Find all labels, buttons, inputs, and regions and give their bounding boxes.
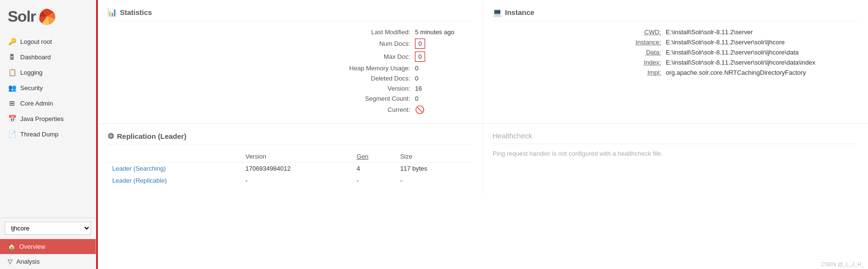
instance-title: 💻 Instance: [492, 8, 858, 21]
instance-label-impl: Impl:: [627, 69, 661, 76]
java-properties-icon: 📅: [8, 115, 16, 122]
stat-label-max-doc: Max Doc:: [333, 53, 410, 60]
stat-value-heap-memory: 0: [415, 65, 473, 72]
sidebar: Solr 🔑 Logout root 🎛: [0, 0, 96, 269]
instance-label-instance: Instance:: [627, 39, 661, 46]
healthcheck-message: Ping request handler is not configured w…: [492, 150, 858, 157]
nav-label-dashboard: Dashboard: [20, 54, 51, 61]
replication-gen-searching: 4: [355, 162, 398, 175]
replication-col-gen: Gen: [355, 151, 398, 162]
logo-area: Solr: [0, 0, 96, 31]
stat-value-last-modified: 5 minutes ago: [415, 28, 473, 36]
instance-row-data: Data: E:\install\Solr\solr-8.11.2\server…: [492, 47, 858, 57]
stat-label-current: Current:: [333, 106, 410, 113]
security-icon: 👥: [8, 84, 16, 92]
replication-label-searching[interactable]: Leader (Searching): [107, 162, 244, 175]
nav-item-dashboard[interactable]: 🎛 Dashboard: [0, 49, 96, 65]
num-docs-highlight: 0: [415, 39, 425, 49]
thread-dump-icon: 📄: [8, 130, 16, 138]
stat-label-version: Version:: [333, 85, 410, 92]
instance-row-index: Index: E:\install\Solr\solr-8.11.2\serve…: [492, 57, 858, 67]
logo-text: Solr: [8, 8, 36, 26]
nav-item-core-admin[interactable]: ⊞ Core Admin: [0, 95, 96, 111]
replication-gen-replicable: -: [355, 175, 398, 187]
replication-size-searching: 117 bytes: [398, 162, 473, 175]
instance-value-impl: org.apache.solr.core.NRTCachingDirectory…: [666, 69, 858, 76]
logout-icon: 🔑: [8, 38, 16, 45]
core-nav-analysis[interactable]: ▽ Analysis: [0, 254, 96, 269]
stat-row-heap-memory: Heap Memory Usage: 0: [107, 63, 473, 73]
max-doc-highlight: 0: [415, 52, 425, 62]
healthcheck-title: Healthcheck: [492, 132, 858, 144]
instance-table: CWD: E:\install\Solr\solr-8.11.2\server …: [492, 27, 858, 78]
instance-value-data: E:\install\Solr\solr-8.11.2\server\solr\…: [666, 49, 858, 56]
nav-label-core-admin: Core Admin: [20, 100, 53, 107]
instance-title-text: Instance: [505, 8, 534, 16]
stat-row-deleted-docs: Deleted Docs: 0: [107, 73, 473, 83]
stat-value-current: 🚫: [415, 105, 473, 114]
replication-title: ⚙ Replication (Leader): [107, 132, 473, 145]
statistics-section: 📊 Statistics Last Modified: 5 minutes ag…: [98, 0, 483, 124]
instance-label-cwd: CWD:: [627, 28, 661, 36]
instance-value-instance: E:\install\Solr\solr-8.11.2\server\solr\…: [666, 39, 858, 46]
instance-value-cwd: E:\install\Solr\solr-8.11.2\server: [666, 28, 858, 36]
overview-icon: 🏠: [8, 243, 15, 250]
nav-item-java-properties[interactable]: 📅 Java Properties: [0, 111, 96, 126]
instance-icon: 💻: [492, 8, 502, 17]
instance-value-index: E:\install\Solr\solr-8.11.2\server\solr\…: [666, 59, 858, 66]
nav-item-logging[interactable]: 📋 Logging: [0, 65, 96, 80]
replication-col-version: Version: [244, 151, 355, 162]
nav-label-java-properties: Java Properties: [20, 115, 64, 122]
analysis-icon: ▽: [8, 258, 13, 265]
core-nav-label-overview: Overview: [19, 243, 45, 250]
watermark: CSDN @_L_J_H_: [821, 261, 864, 267]
instance-row-instance: Instance: E:\install\Solr\solr-8.11.2\se…: [492, 37, 858, 47]
instance-label-data: Data:: [627, 49, 661, 56]
replication-row-searching: Leader (Searching) 1706934984012 4 117 b…: [107, 162, 473, 175]
stat-row-num-docs: Num Docs: 0: [107, 37, 473, 50]
instance-row-cwd: CWD: E:\install\Solr\solr-8.11.2\server: [492, 27, 858, 37]
stat-label-deleted-docs: Deleted Docs:: [333, 75, 410, 82]
nav-label-logout: Logout root: [20, 38, 52, 45]
stat-row-max-doc: Max Doc: 0: [107, 50, 473, 63]
statistics-title: 📊 Statistics: [107, 8, 473, 21]
nav-item-security[interactable]: 👥 Security: [0, 80, 96, 95]
replication-label-replicable[interactable]: Leader (Replicable): [107, 175, 244, 187]
stat-value-version: 16: [415, 85, 473, 92]
stat-label-last-modified: Last Modified:: [333, 28, 410, 36]
solr-logo-icon: [38, 7, 57, 26]
core-select-dropdown[interactable]: ljhcore: [5, 222, 91, 235]
replication-icon: ⚙: [107, 132, 114, 141]
statistics-table: Last Modified: 5 minutes ago Num Docs: 0…: [107, 27, 473, 116]
stat-row-current: Current: 🚫: [107, 104, 473, 116]
main-content: 📊 Statistics Last Modified: 5 minutes ag…: [96, 0, 868, 269]
core-nav: 🏠 Overview ▽ Analysis: [0, 239, 96, 269]
nav-item-thread-dump[interactable]: 📄 Thread Dump: [0, 126, 96, 142]
core-nav-label-analysis: Analysis: [16, 258, 39, 265]
stat-row-version: Version: 16: [107, 83, 473, 94]
replication-size-replicable: -: [398, 175, 473, 187]
core-selector[interactable]: ljhcore: [0, 217, 96, 239]
healthcheck-section: Healthcheck Ping request handler is not …: [483, 124, 868, 194]
dashboard-icon: 🎛: [8, 53, 16, 61]
nav-label-security: Security: [20, 84, 43, 92]
no-symbol-icon: 🚫: [415, 106, 425, 114]
nav-label-logging: Logging: [20, 69, 42, 76]
replication-col-size: Size: [398, 151, 473, 162]
nav-item-logout[interactable]: 🔑 Logout root: [0, 34, 96, 49]
stat-label-heap-memory: Heap Memory Usage:: [333, 65, 410, 72]
stat-value-deleted-docs: 0: [415, 75, 473, 82]
stat-row-segment-count: Segment Count: 0: [107, 94, 473, 104]
instance-label-index: Index:: [627, 59, 661, 66]
core-nav-overview[interactable]: 🏠 Overview: [0, 239, 96, 254]
replication-col-name: [107, 151, 244, 162]
replication-table: Version Gen Size Leader (Searching) 1706…: [107, 151, 473, 187]
sidebar-nav: 🔑 Logout root 🎛 Dashboard 📋 Logging 👥 Se…: [0, 31, 96, 217]
replication-header-row: Version Gen Size: [107, 151, 473, 162]
statistics-title-text: Statistics: [120, 8, 152, 16]
core-admin-icon: ⊞: [8, 99, 16, 107]
logging-icon: 📋: [8, 68, 16, 76]
stat-value-max-doc: 0: [415, 52, 473, 62]
replication-version-replicable: -: [244, 175, 355, 187]
stat-value-num-docs: 0: [415, 39, 473, 49]
